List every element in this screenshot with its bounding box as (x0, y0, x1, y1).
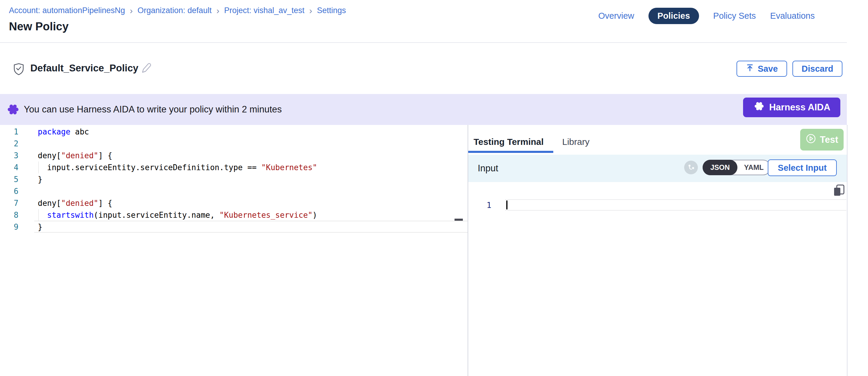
line-number: 7 (0, 197, 19, 209)
banner-message: You can use Harness AIDA to write your p… (24, 104, 282, 115)
page-title: New Policy (9, 20, 69, 33)
input-line-number: 1 (468, 200, 491, 211)
policy-name: Default_Service_Policy (30, 62, 138, 74)
format-toggle[interactable]: JSON YAML (703, 160, 771, 175)
aida-button-label: Harness AIDA (769, 102, 831, 113)
chevron-right-icon: › (309, 6, 312, 14)
code-token: abc (70, 127, 89, 136)
discard-button[interactable]: Discard (793, 61, 842, 77)
code-line[interactable]: input.serviceEntity.serviceDefinition.ty… (38, 161, 317, 174)
shield-check-icon (13, 63, 24, 77)
breadcrumb-item[interactable]: Settings (317, 6, 346, 15)
code-token: deny[ (38, 199, 61, 208)
line-number: 4 (0, 161, 19, 174)
header: Account: automationPipelinesNg›Organizat… (0, 0, 847, 43)
code-token: package (38, 127, 70, 136)
copy-icon[interactable] (832, 184, 846, 199)
code-token: deny[ (38, 151, 61, 160)
code-token: (input.serviceEntity.name, (94, 211, 220, 220)
toggle-option-yaml[interactable]: YAML (737, 160, 770, 175)
line-number: 6 (0, 185, 19, 197)
text-cursor (506, 200, 507, 210)
workspace: 1package abc23deny["denied"] {4 input.se… (0, 125, 868, 376)
overview-ruler-cursor (455, 219, 463, 221)
input-bar: Input JSON YAML Select Input (468, 155, 847, 182)
code-token: startswith (47, 211, 94, 220)
policy-code-editor[interactable]: 1package abc23deny["denied"] {4 input.se… (0, 125, 468, 376)
line-number: 5 (0, 174, 19, 185)
toggle-option-json[interactable]: JSON (703, 160, 737, 175)
breadcrumb-item[interactable]: Account: automationPipelinesNg (9, 6, 125, 15)
input-section-label: Input (478, 163, 498, 174)
line-number: 8 (0, 209, 19, 221)
code-token: } (38, 222, 42, 231)
chevron-right-icon: › (216, 6, 219, 14)
header-tabs: OverviewPoliciesPolicy SetsEvaluations (598, 8, 815, 24)
breadcrumb-item[interactable]: Project: vishal_av_test (224, 6, 304, 15)
code-token: "Kubernetes_service" (220, 211, 313, 220)
test-button[interactable]: Test (800, 129, 844, 151)
git-fork-icon (684, 161, 698, 174)
code-token: ] { (98, 199, 113, 208)
code-line[interactable]: } (38, 221, 42, 233)
chevron-right-icon: › (130, 6, 133, 14)
line-number: 9 (0, 221, 19, 233)
aida-flower-icon (6, 102, 20, 118)
code-token: "denied" (61, 199, 98, 208)
active-tab-underline (468, 151, 553, 153)
line-number: 3 (0, 150, 19, 161)
tab-library[interactable]: Library (562, 137, 590, 147)
aida-flower-icon-white (753, 100, 765, 115)
editor-current-line-highlight (34, 221, 468, 232)
page: Account: automationPipelinesNg›Organizat… (0, 0, 868, 376)
page-right-border (847, 125, 847, 376)
tab-policy-sets[interactable]: Policy Sets (713, 11, 756, 21)
code-line[interactable]: startswith(input.serviceEntity.name, "Ku… (38, 209, 317, 221)
tab-overview[interactable]: Overview (598, 11, 634, 21)
code-token: } (38, 175, 42, 184)
code-token (38, 211, 47, 220)
breadcrumb: Account: automationPipelinesNg›Organizat… (9, 6, 346, 15)
tab-testing-terminal[interactable]: Testing Terminal (473, 137, 544, 147)
aida-banner: You can use Harness AIDA to write your p… (0, 94, 847, 125)
save-button[interactable]: Save (737, 61, 787, 77)
breadcrumb-item[interactable]: Organization: default (137, 6, 212, 15)
tab-policies[interactable]: Policies (648, 8, 699, 24)
testing-terminal-panel: Testing Terminal Library Test Input JSON… (468, 125, 847, 376)
code-line[interactable]: package abc (38, 126, 89, 138)
discard-button-label: Discard (802, 64, 833, 74)
code-token: input.serviceEntity.serviceDefinition.ty… (38, 163, 261, 172)
code-token: ) (313, 211, 317, 220)
play-circle-icon (806, 133, 816, 146)
save-button-label: Save (757, 64, 778, 74)
line-number: 1 (0, 126, 19, 138)
select-input-button[interactable]: Select Input (768, 159, 837, 176)
code-line[interactable]: deny["denied"] { (38, 197, 112, 209)
code-token: "Kubernetes" (261, 163, 317, 172)
input-active-line (505, 199, 846, 211)
code-line[interactable]: } (38, 174, 42, 185)
upload-icon (746, 64, 754, 74)
line-number: 2 (0, 138, 19, 150)
harness-aida-button[interactable]: Harness AIDA (743, 98, 840, 117)
tab-evaluations[interactable]: Evaluations (770, 11, 815, 21)
input-editor[interactable]: 1 (468, 182, 847, 376)
code-token: ] { (98, 151, 113, 160)
code-line[interactable]: deny["denied"] { (38, 150, 112, 161)
test-button-label: Test (820, 134, 838, 145)
pencil-icon[interactable] (141, 62, 152, 75)
toolbar: Default_Service_Policy Save Discard (0, 43, 847, 94)
code-token: "denied" (61, 151, 98, 160)
